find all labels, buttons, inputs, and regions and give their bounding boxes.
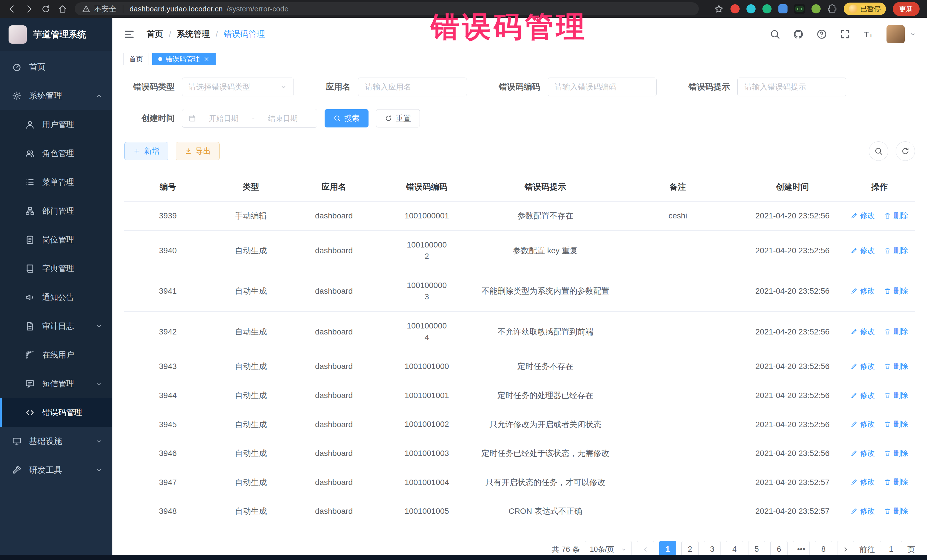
cell-app: dashboard (290, 439, 377, 468)
fullscreen-icon[interactable] (840, 29, 851, 39)
address-bar[interactable]: 不安全 dashboard.yudao.iocoder.cn/system/er… (75, 2, 699, 15)
breadcrumb-item[interactable]: 系统管理 (177, 29, 210, 40)
font-size-icon[interactable] (863, 29, 874, 39)
page-container: 错误码类型 请选择错误码类型 应用名 错误码编码 错误码提示 (112, 67, 927, 555)
edit-link[interactable]: 修改 (851, 390, 875, 400)
avatar[interactable] (886, 25, 905, 43)
delete-link[interactable]: 删除 (884, 326, 908, 337)
extension-on-badge-icon[interactable]: on (794, 4, 805, 14)
sidebar-item-label: 基础设施 (29, 436, 62, 447)
sidebar-item-home[interactable]: 首页 (0, 52, 112, 81)
tab-home[interactable]: 首页 (123, 53, 149, 65)
edit-icon (851, 450, 858, 457)
sidebar-item-label: 审计日志 (42, 321, 74, 332)
delete-link[interactable]: 删除 (884, 506, 908, 516)
forward-icon[interactable] (24, 4, 33, 14)
error-code-input[interactable] (548, 77, 656, 96)
browser-update-button[interactable]: 更新 (893, 2, 919, 16)
org-tree-icon (25, 206, 35, 216)
error-msg-input[interactable] (737, 77, 846, 96)
extension-icon[interactable] (731, 4, 740, 14)
create-time-range-picker[interactable]: 开始日期 - 结束日期 (182, 109, 317, 128)
sidebar-item-error-codes[interactable]: 错误码管理 (0, 398, 112, 427)
list-icon (25, 178, 35, 187)
cell-id: 3945 (125, 410, 211, 439)
sidebar-item-system[interactable]: 系统管理 (0, 81, 112, 110)
edit-link[interactable]: 修改 (851, 419, 875, 429)
edit-link[interactable]: 修改 (851, 448, 875, 458)
code-icon (25, 408, 35, 417)
sidebar-item-label: 系统管理 (29, 90, 62, 102)
cell-time: 2021-04-20 23:52:56 (741, 352, 844, 381)
delete-link[interactable]: 删除 (884, 448, 908, 458)
extension-icon[interactable] (763, 4, 772, 14)
sidebar-item-users[interactable]: 用户管理 (0, 110, 112, 139)
edit-link[interactable]: 修改 (851, 246, 875, 255)
sidebar-item-label: 部门管理 (42, 206, 74, 216)
sidebar-item-audit-logs[interactable]: 审计日志 (0, 312, 112, 340)
edit-link[interactable]: 修改 (851, 477, 875, 487)
close-icon[interactable] (204, 56, 210, 62)
toggle-search-button[interactable] (869, 141, 888, 161)
edit-link[interactable]: 修改 (851, 506, 875, 516)
edit-icon (851, 287, 858, 294)
col-app: 应用名 (290, 173, 377, 202)
extension-icon[interactable] (746, 4, 755, 14)
error-type-select[interactable]: 请选择错误码类型 (182, 77, 294, 96)
cell-code: 100100000 4 (377, 311, 476, 352)
user-icon (25, 120, 35, 129)
export-button[interactable]: 导出 (176, 142, 220, 160)
plus-icon (133, 147, 141, 155)
edit-link[interactable]: 修改 (851, 361, 875, 371)
sidebar-item-departments[interactable]: 部门管理 (0, 196, 112, 225)
sidebar-item-infrastructure[interactable]: 基础设施 (0, 427, 112, 456)
sidebar-item-devtools[interactable]: 研发工具 (0, 456, 112, 484)
hamburger-icon[interactable] (123, 28, 135, 40)
cell-msg: 定时任务的处理器已经存在 (476, 381, 615, 410)
breadcrumb-item[interactable]: 首页 (147, 29, 163, 40)
paused-label: 已暂停 (860, 4, 881, 14)
chevron-down-icon[interactable] (909, 31, 916, 38)
tab-error-codes[interactable]: 错误码管理 (152, 53, 216, 65)
reload-icon[interactable] (41, 4, 50, 14)
col-msg: 错误码提示 (476, 173, 615, 202)
home-icon[interactable] (58, 4, 67, 14)
sidebar-item-roles[interactable]: 角色管理 (0, 139, 112, 168)
extension-icon[interactable] (812, 4, 821, 14)
cell-time: 2021-04-20 23:52:57 (741, 468, 844, 497)
refresh-table-button[interactable] (896, 141, 915, 161)
back-icon[interactable] (8, 4, 17, 14)
delete-link[interactable]: 删除 (884, 390, 908, 400)
sidebar-item-online-users[interactable]: 在线用户 (0, 340, 112, 369)
bookmark-star-icon[interactable] (714, 4, 723, 14)
sidebar-item-label: 角色管理 (42, 148, 74, 159)
add-button[interactable]: 新增 (125, 142, 168, 160)
sidebar-item-posts[interactable]: 岗位管理 (0, 225, 112, 254)
edit-link[interactable]: 修改 (851, 286, 875, 296)
app-name-input[interactable] (358, 77, 467, 96)
edit-link[interactable]: 修改 (851, 326, 875, 337)
help-icon[interactable] (816, 29, 827, 39)
delete-link[interactable]: 删除 (884, 419, 908, 429)
edit-link[interactable]: 修改 (851, 211, 875, 221)
sidebar-item-menus[interactable]: 菜单管理 (0, 168, 112, 196)
delete-link[interactable]: 删除 (884, 286, 908, 296)
delete-link[interactable]: 删除 (884, 361, 908, 371)
extensions-puzzle-icon[interactable] (827, 4, 837, 14)
extension-icon[interactable] (778, 4, 787, 14)
reset-button[interactable]: 重置 (376, 109, 420, 127)
sidebar-item-sms[interactable]: 短信管理 (0, 369, 112, 398)
profile-paused-chip[interactable]: 已暂停 (844, 3, 886, 15)
calendar-icon (188, 115, 196, 122)
search-icon[interactable] (769, 29, 780, 39)
sidebar-item-dictionary[interactable]: 字典管理 (0, 254, 112, 283)
sidebar-item-notices[interactable]: 通知公告 (0, 283, 112, 312)
table-toolbar: 新增 导出 (125, 141, 915, 161)
github-icon[interactable] (793, 29, 804, 39)
delete-link[interactable]: 删除 (884, 211, 908, 221)
delete-link[interactable]: 删除 (884, 246, 908, 255)
delete-link[interactable]: 删除 (884, 477, 908, 487)
search-button[interactable]: 搜索 (325, 109, 369, 127)
cell-remark (615, 352, 741, 381)
cell-actions: 修改 删除 (844, 202, 915, 231)
